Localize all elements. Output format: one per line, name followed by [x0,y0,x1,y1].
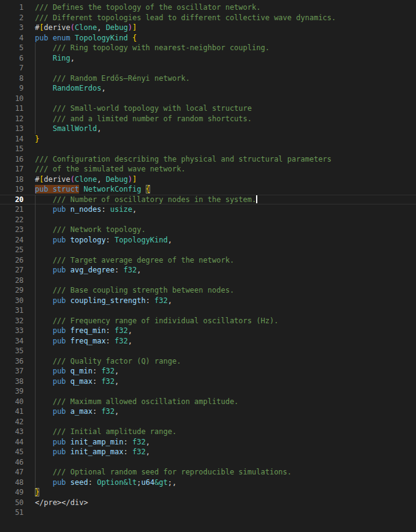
code-line[interactable]: 39 [0,386,416,397]
code-line[interactable]: 35 [0,346,416,356]
line-number[interactable]: 1 [0,2,23,13]
line-number[interactable]: 37 [0,366,23,377]
line-number[interactable]: 49 [0,487,23,498]
line-number[interactable]: 41 [0,406,23,417]
code-line-content[interactable] [35,305,416,316]
code-line[interactable]: 21 pub n_nodes: usize, [0,204,416,215]
code-line[interactable]: 22 [0,215,416,225]
code-line-content[interactable]: } [35,487,416,498]
code-line[interactable]: 19pub struct NetworkConfig { [0,184,416,195]
line-number[interactable]: 32 [0,316,23,326]
code-line-content[interactable]: SmallWorld, [35,124,416,134]
code-line[interactable]: 6 Ring, [0,53,416,64]
line-number[interactable]: 47 [0,467,23,478]
line-number[interactable]: 44 [0,437,23,448]
code-line[interactable]: 14} [0,134,416,144]
code-line[interactable]: 32 /// Frequency range of individual osc… [0,316,416,326]
code-line-content[interactable]: pub struct NetworkConfig { [35,184,416,195]
code-line-content[interactable] [35,245,416,255]
line-number[interactable]: 3 [0,23,23,33]
code-line-content[interactable]: </pre></div> [35,498,416,508]
code-line[interactable]: 16/// Configuration describing the physi… [0,154,416,165]
line-number[interactable]: 29 [0,285,23,296]
line-number[interactable]: 48 [0,478,23,488]
line-number[interactable]: 33 [0,326,23,336]
line-number[interactable]: 40 [0,397,23,407]
code-line-content[interactable]: /// Ring topology with nearest-neighbor … [35,43,416,53]
code-line-content[interactable]: /// Network topology. [35,225,416,235]
line-number[interactable]: 7 [0,63,23,73]
code-line[interactable]: 45 pub init_amp_max: f32, [0,447,416,457]
line-number[interactable]: 19 [0,184,23,195]
code-line[interactable]: 26 /// Target average degree of the netw… [0,255,416,266]
code-line-content[interactable]: /// Different topologies lead to differe… [35,13,416,23]
code-line-content[interactable]: pub freq_min: f32, [35,326,416,336]
line-number[interactable]: 39 [0,386,23,397]
line-number[interactable]: 43 [0,427,23,437]
code-line[interactable]: 12 /// and a limited number of random sh… [0,114,416,124]
code-line-content[interactable]: /// of the simulated wave network. [35,164,416,174]
code-line-content[interactable]: RandomErdos, [35,83,416,94]
code-line-content[interactable]: pub coupling_strength: f32, [35,296,416,306]
line-number[interactable]: 25 [0,245,23,255]
code-line[interactable]: 49} [0,487,416,498]
code-line[interactable]: 31 [0,305,416,316]
line-number[interactable]: 30 [0,296,23,306]
code-line-content[interactable] [35,417,416,427]
code-line-content[interactable] [35,275,416,286]
code-line[interactable]: 18#[derive(Clone, Debug)] [0,174,416,185]
code-line-content[interactable]: #[derive(Clone, Debug)] [35,174,416,185]
line-number[interactable]: 13 [0,124,23,134]
code-line[interactable]: 40 /// Maximum allowed oscillation ampli… [0,397,416,407]
code-line[interactable]: 28 [0,275,416,286]
line-number[interactable]: 35 [0,346,23,356]
code-line-content[interactable]: /// Small-world topology with local stru… [35,103,416,114]
code-line-content[interactable] [35,94,416,104]
code-line[interactable]: 34 pub freq_max: f32, [0,336,416,347]
code-line[interactable]: 42 [0,417,416,427]
code-line-content[interactable]: /// Frequency range of individual oscill… [35,316,416,326]
code-line[interactable]: 44 pub init_amp_min: f32, [0,437,416,448]
code-line-content[interactable]: /// Base coupling strength between nodes… [35,285,416,296]
code-line-content[interactable]: pub q_min: f32, [35,366,416,377]
line-number[interactable]: 20 [0,195,23,205]
code-line-content[interactable]: pub topology: TopologyKind, [35,235,416,245]
code-line-content[interactable]: Ring, [35,53,416,64]
line-number[interactable]: 36 [0,356,23,367]
code-line[interactable]: 43 /// Initial amplitude range. [0,427,416,437]
line-number[interactable]: 2 [0,13,23,23]
code-line[interactable]: 20 /// Number of oscillatory nodes in th… [0,195,416,205]
line-number[interactable]: 17 [0,164,23,174]
code-line-content[interactable] [35,457,416,468]
line-number[interactable]: 26 [0,255,23,266]
code-line-content[interactable]: /// Maximum allowed oscillation amplitud… [35,397,416,407]
code-line-content[interactable]: /// Initial amplitude range. [35,427,416,437]
line-number[interactable]: 28 [0,275,23,286]
code-line-content[interactable]: /// Defines the topology of the oscillat… [35,2,416,13]
code-line-content[interactable] [35,144,416,154]
code-line[interactable]: 41 pub a_max: f32, [0,406,416,417]
code-line[interactable]: 47 /// Optional random seed for reproduc… [0,467,416,478]
code-line-content[interactable]: /// Target average degree of the network… [35,255,416,266]
code-line-content[interactable]: pub init_amp_min: f32, [35,437,416,448]
code-line-content[interactable]: pub enum TopologyKind { [35,33,416,43]
code-line-content[interactable]: pub a_max: f32, [35,406,416,417]
code-line[interactable]: 5 /// Ring topology with nearest-neighbo… [0,43,416,53]
code-line-content[interactable]: pub freq_max: f32, [35,336,416,347]
code-line[interactable]: 36 /// Quality factor (Q) range. [0,356,416,367]
code-line[interactable]: 8 /// Random Erdős–Rényi network. [0,73,416,84]
code-line-content[interactable] [35,386,416,397]
code-line[interactable]: 48 pub seed: Option&lt;u64&gt;, [0,478,416,488]
line-number[interactable]: 22 [0,215,23,225]
line-number[interactable]: 21 [0,204,23,215]
code-line-content[interactable]: pub init_amp_max: f32, [35,447,416,457]
code-line[interactable]: 11 /// Small-world topology with local s… [0,103,416,114]
code-line[interactable]: 38 pub q_max: f32, [0,377,416,387]
code-line[interactable]: 4pub enum TopologyKind { [0,33,416,43]
code-line-content[interactable]: pub n_nodes: usize, [35,204,416,215]
line-number[interactable]: 18 [0,174,23,185]
code-line[interactable]: 17/// of the simulated wave network. [0,164,416,174]
line-number[interactable]: 11 [0,103,23,114]
code-line-content[interactable]: pub avg_degree: f32, [35,265,416,275]
code-line-content[interactable]: /// and a limited number of random short… [35,114,416,124]
